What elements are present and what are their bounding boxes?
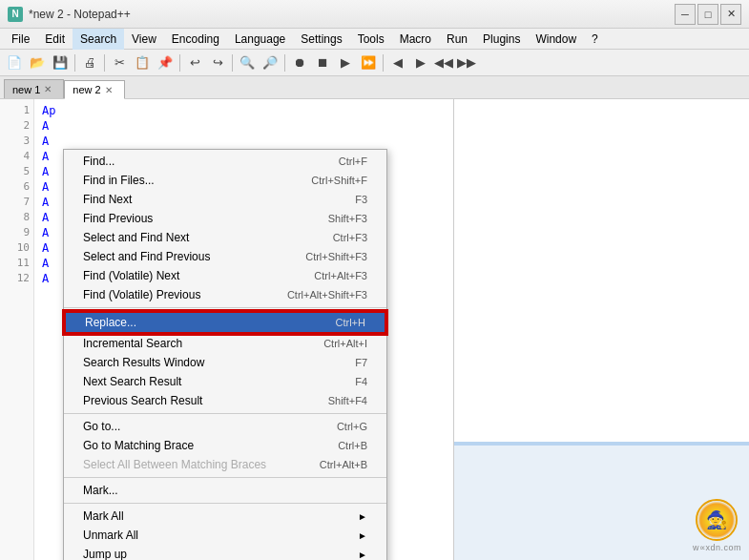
line-num-5: 5 [0,164,33,179]
menu-find-next-shortcut: F3 [355,194,367,205]
open-button[interactable]: 📂 [27,52,48,73]
tab-bar: new 1 ✕ new 2 ✕ [0,76,749,99]
menu-go-to-brace-label: Go to Matching Brace [83,439,319,452]
search-dropdown-menu: Find... Ctrl+F Find in Files... Ctrl+Shi… [63,149,387,560]
print-button[interactable]: 🖨 [79,52,100,73]
code-line-3: A [42,134,446,149]
menu-file[interactable]: File [4,29,37,50]
menu-mark-label: Mark... [83,484,348,497]
menu-macro[interactable]: Macro [392,29,439,50]
menu-window[interactable]: Window [528,29,584,50]
menu-find-next[interactable]: Find Next F3 [64,190,386,209]
toolbar-btn-extra1[interactable]: ◀ [387,52,408,73]
zoom-out-button[interactable]: 🔎 [260,52,281,73]
tab-new1-close[interactable]: ✕ [44,84,52,94]
menu-find-volatile-previous[interactable]: Find (Volatile) Previous Ctrl+Alt+Shift+… [64,285,386,304]
line-num-1: 1 [0,103,33,118]
macro-run-button[interactable]: ⏩ [358,52,379,73]
toolbar-btn-extra4[interactable]: ▶▶ [456,52,477,73]
menu-mark[interactable]: Mark... [64,481,386,500]
maximize-button[interactable]: □ [697,4,718,25]
toolbar-btn-extra2[interactable]: ▶ [410,52,431,73]
menu-find-volatile-next[interactable]: Find (Volatile) Next Ctrl+Alt+F3 [64,266,386,285]
undo-button[interactable]: ↩ [184,52,205,73]
menu-language[interactable]: Language [227,29,293,50]
menu-select-between-braces: Select All Between Matching Braces Ctrl+… [64,455,386,474]
line-num-6: 6 [0,179,33,195]
macro-stop-button[interactable]: ⏹ [312,52,333,73]
tab-new1[interactable]: new 1 ✕ [4,79,64,98]
menu-find-previous[interactable]: Find Previous Shift+F3 [64,209,386,228]
menu-next-search-result-shortcut: F4 [355,376,367,387]
macro-play-button[interactable]: ▶ [335,52,356,73]
menu-select-find-previous-label: Select and Find Previous [83,250,286,263]
menu-plugins[interactable]: Plugins [475,29,528,50]
menu-jump-up[interactable]: Jump up ► [64,545,386,560]
menu-replace[interactable]: Replace... Ctrl+H [64,311,386,334]
close-button[interactable]: ✕ [720,4,741,25]
menu-separator-4 [64,503,386,504]
menu-help[interactable]: ? [584,29,606,50]
tab-new2[interactable]: new 2 ✕ [64,80,124,99]
menu-select-find-previous-shortcut: Ctrl+Shift+F3 [305,251,367,262]
menu-find-shortcut: Ctrl+F [339,156,367,167]
menu-go-to-brace[interactable]: Go to Matching Brace Ctrl+B [64,436,386,455]
menu-incremental-search-shortcut: Ctrl+Alt+I [323,338,367,349]
menu-replace-label: Replace... [85,316,317,329]
toolbar-separator-3 [179,54,180,72]
right-panel-bottom: 🧙 w∝xdn.com [454,446,749,560]
menu-select-find-next-shortcut: Ctrl+F3 [333,232,367,243]
menu-view[interactable]: View [124,29,164,50]
menu-go-to[interactable]: Go to... Ctrl+G [64,417,386,436]
menu-find[interactable]: Find... Ctrl+F [64,152,386,171]
new-button[interactable]: 📄 [4,52,25,73]
menu-find-in-files-label: Find in Files... [83,174,292,187]
menu-edit[interactable]: Edit [37,29,73,50]
menu-search-results-window[interactable]: Search Results Window F7 [64,353,386,372]
menu-find-in-files-shortcut: Ctrl+Shift+F [311,175,367,186]
line-num-12: 12 [0,271,33,286]
minimize-button[interactable]: ─ [675,4,696,25]
menu-select-find-next[interactable]: Select and Find Next Ctrl+F3 [64,228,386,247]
menu-find-in-files[interactable]: Find in Files... Ctrl+Shift+F [64,171,386,190]
paste-button[interactable]: 📌 [155,52,176,73]
menu-go-to-brace-shortcut: Ctrl+B [338,440,367,451]
menu-jump-up-label: Jump up [83,548,350,560]
menu-previous-search-result[interactable]: Previous Search Result Shift+F4 [64,391,386,410]
menu-find-previous-label: Find Previous [83,212,309,225]
menu-tools[interactable]: Tools [350,29,392,50]
menu-unmark-all[interactable]: Unmark All ► [64,526,386,545]
menu-encoding[interactable]: Encoding [164,29,227,50]
menu-settings[interactable]: Settings [293,29,349,50]
line-num-11: 11 [0,256,33,271]
toolbar-separator-1 [74,54,75,72]
redo-button[interactable]: ↪ [207,52,228,73]
menu-search-results-window-shortcut: F7 [355,357,367,368]
zoom-in-button[interactable]: 🔍 [237,52,258,73]
menu-go-to-label: Go to... [83,420,318,433]
menu-mark-all[interactable]: Mark All ► [64,507,386,526]
menu-incremental-search[interactable]: Incremental Search Ctrl+Alt+I [64,334,386,353]
menu-find-volatile-next-shortcut: Ctrl+Alt+F3 [314,270,367,281]
menu-select-find-previous[interactable]: Select and Find Previous Ctrl+Shift+F3 [64,247,386,266]
main-area: 1 2 3 4 5 6 7 8 9 10 11 12 Ap A A A A A … [0,99,749,560]
toolbar-btn-extra3[interactable]: ◀◀ [433,52,454,73]
save-button[interactable]: 💾 [50,52,71,73]
menu-bar: File Edit Search View Encoding Language … [0,29,749,50]
watermark-site: w∝xdn.com [693,543,741,552]
menu-run[interactable]: Run [439,29,475,50]
cut-button[interactable]: ✂ [109,52,130,73]
menu-find-next-label: Find Next [83,193,336,206]
macro-record-button[interactable]: ⏺ [289,52,310,73]
tab-new2-close[interactable]: ✕ [105,85,113,95]
copy-button[interactable]: 📋 [132,52,153,73]
toolbar-separator-2 [104,54,105,72]
menu-find-label: Find... [83,155,320,168]
menu-search[interactable]: Search [73,29,124,50]
menu-search-results-window-label: Search Results Window [83,356,336,369]
window-controls: ─ □ ✕ [675,4,741,25]
line-numbers: 1 2 3 4 5 6 7 8 9 10 11 12 [0,99,34,560]
menu-next-search-result[interactable]: Next Search Result F4 [64,372,386,391]
menu-incremental-search-label: Incremental Search [83,337,304,350]
tab-new2-label: new 2 [73,84,100,95]
